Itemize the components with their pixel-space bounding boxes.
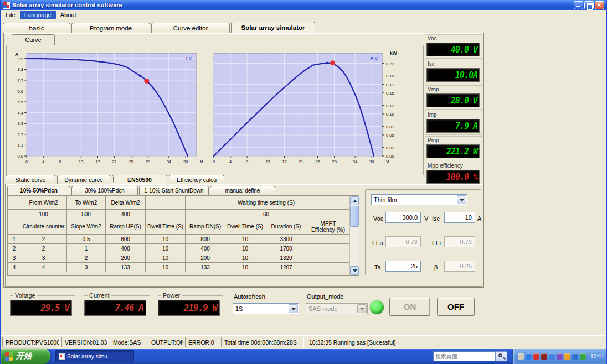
tab-curve-editor[interactable]: Curve editor [151, 23, 230, 33]
table-cell[interactable]: 3300 [265, 235, 307, 244]
table-cell[interactable]: 800 [106, 235, 146, 244]
table-cell[interactable]: 10 [146, 263, 186, 272]
table-cell[interactable]: 2 [8, 244, 20, 253]
menu-file[interactable]: File [1, 11, 20, 19]
table-cell[interactable]: 800 [186, 235, 225, 244]
table-cell[interactable]: 200 [106, 253, 146, 263]
table-cell[interactable]: 4 [8, 263, 20, 272]
measurement-panel: Voc40.0 VIsc10.0AVmp28.0 VImp7.9 APmp221… [425, 34, 482, 187]
table-cell[interactable]: 400 [186, 244, 225, 253]
table-cell[interactable]: 3 [8, 253, 20, 263]
autorefresh-select[interactable]: 1S [233, 303, 299, 314]
table-cell[interactable]: 10 [225, 263, 265, 272]
table-cell[interactable]: 200 [186, 253, 225, 263]
pv-type-select[interactable]: Thin film [371, 194, 467, 205]
start-button[interactable]: 开始 [1, 349, 50, 364]
svg-text:V: V [200, 159, 203, 164]
table-cell[interactable]: 2 [20, 235, 67, 244]
table-cell[interactable]: 1320 [265, 253, 307, 263]
on-button[interactable]: ON [389, 298, 430, 316]
table-cell[interactable]: 10 [146, 244, 186, 253]
subtab-1-10-start-shuntdown[interactable]: 1-10% Start ShuntDown [139, 186, 209, 195]
close-icon[interactable] [595, 1, 604, 9]
table-cell[interactable]: 1 [67, 244, 106, 253]
table-cell[interactable]: 1700 [265, 244, 307, 253]
table-cell[interactable]: 2 [20, 244, 67, 253]
tab-basic[interactable]: basic [3, 23, 70, 33]
update-icon[interactable] [564, 353, 570, 360]
network-icon[interactable] [549, 353, 555, 360]
tab-efficiency-calcu[interactable]: Efficiency calcu [169, 175, 224, 184]
shield-green-icon[interactable] [580, 353, 586, 360]
menu-about[interactable]: About [56, 11, 81, 19]
measurement-voc: Voc40.0 V [425, 34, 482, 59]
table-cell[interactable] [307, 235, 349, 244]
maximize-icon[interactable] [584, 1, 594, 9]
table-cell[interactable]: 10 [225, 244, 265, 253]
tab-program-mode[interactable]: Program mode [71, 23, 150, 33]
table-cell[interactable]: 0.5 [67, 235, 106, 244]
svg-text:5.5: 5.5 [18, 100, 23, 105]
table-cell[interactable]: 10 [146, 253, 186, 263]
meter-power: Power219.9 W [158, 292, 223, 316]
svg-text:A: A [15, 51, 18, 57]
tab-curve[interactable]: Curve [12, 34, 55, 45]
field-label-ffu: FFu [372, 240, 383, 246]
search-icon[interactable] [495, 351, 507, 361]
chat-icon[interactable] [557, 353, 563, 360]
minimize-icon[interactable] [574, 1, 583, 9]
alert-icon[interactable] [541, 353, 547, 360]
table-header-row: Circulate counterSlope W/m2Ramp UP(S)Dwe… [8, 219, 349, 235]
measurement-pmp: Pmp221.2 W [425, 136, 482, 160]
table-cell[interactable]: 133 [106, 263, 146, 272]
table-cell[interactable]: 1 [8, 235, 20, 244]
table-cell[interactable]: 10 [146, 235, 186, 244]
subtab-30--100-pdcn[interactable]: 30%-100%Pdcn [71, 186, 138, 195]
field-input-isc[interactable]: 10 [444, 212, 475, 223]
volume-icon[interactable] [518, 353, 524, 360]
subtab-10--50-pdcn[interactable]: 10%-50%Pdcn [7, 186, 70, 195]
antivirus-icon[interactable] [533, 353, 539, 360]
menu-language[interactable]: Language [20, 11, 56, 19]
table-cell[interactable]: 10 [225, 253, 265, 263]
output-mode-select[interactable]: SAS mode [306, 303, 368, 314]
table-cell[interactable]: 10 [225, 235, 265, 244]
svg-text:I-V: I-V [186, 56, 192, 61]
messenger-icon[interactable] [526, 353, 532, 360]
taskbar-task-button[interactable]: Solar array simu... [55, 350, 134, 362]
tab-solar-array-simulator[interactable]: Solar array simulator [231, 22, 315, 33]
off-button[interactable]: OFF [437, 298, 475, 316]
meter-value: 7.46 A [115, 303, 143, 313]
chevron-down-icon[interactable] [289, 304, 298, 313]
shield-blue-icon[interactable] [572, 353, 578, 360]
chevron-down-icon [357, 304, 367, 313]
tab-dynamic-curve[interactable]: Dynamic curve [57, 175, 110, 184]
table-cell[interactable]: 400 [106, 244, 146, 253]
table-cell[interactable] [307, 244, 349, 253]
table-cell[interactable]: 3 [67, 263, 106, 272]
status-cell: PRODUCT:PVS1000 [2, 337, 60, 347]
svg-text:0.02: 0.02 [386, 145, 394, 150]
table-cell[interactable]: 133 [186, 263, 225, 272]
field-input-ta[interactable]: 25 [385, 261, 421, 272]
scrollbar-thumb[interactable] [350, 206, 359, 227]
tab-static-curve[interactable]: Static curve [6, 175, 55, 184]
chevron-down-icon[interactable] [457, 195, 466, 204]
subtab-manual-define[interactable]: manual define [210, 186, 275, 195]
table-scrollbar[interactable] [349, 196, 359, 275]
curve-mode-tab-strip: Static curveDynamic curveEN50530Efficien… [6, 175, 226, 184]
field-input-voc[interactable]: 300.0 [385, 212, 421, 223]
table-cell[interactable]: 4 [20, 263, 67, 272]
table-cell[interactable] [307, 253, 349, 263]
table-cell[interactable]: 1207 [265, 263, 307, 272]
table-cell[interactable]: 2 [67, 253, 106, 263]
search-input[interactable] [433, 351, 495, 361]
table-header-cell [8, 210, 20, 219]
field-label-isc: Isc [432, 215, 440, 222]
scroll-down-icon[interactable] [350, 266, 359, 275]
svg-text:0.22: 0.22 [386, 61, 394, 66]
scroll-up-icon[interactable] [350, 196, 359, 205]
tab-en50530[interactable]: EN50530 [112, 175, 167, 184]
table-cell[interactable] [307, 263, 349, 272]
table-cell[interactable]: 3 [20, 253, 67, 263]
